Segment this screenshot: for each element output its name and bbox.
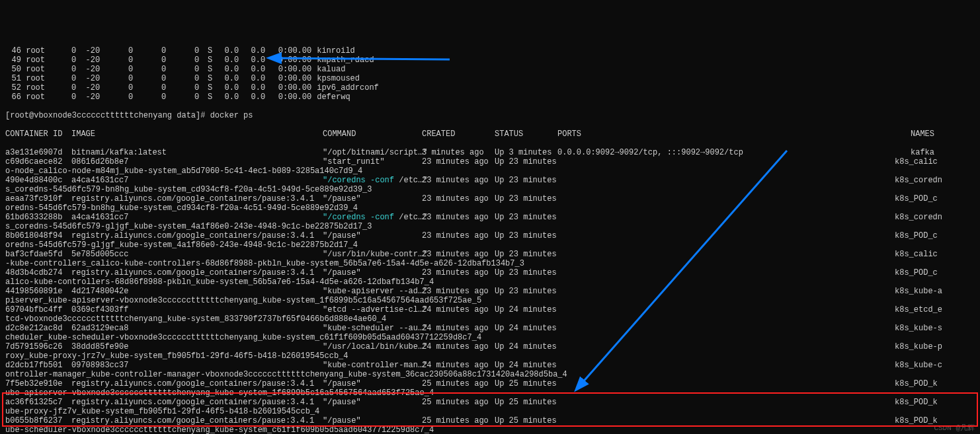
container-row: 48d3b4cdb274registry.aliyuncs.com/google… <box>5 268 975 277</box>
container-id: 48d3b4cdb274 <box>5 268 71 277</box>
container-id: d2c8e212ac8d <box>5 324 71 333</box>
container-command: "/pause" <box>323 398 422 407</box>
container-created: 24 minutes ago <box>422 361 495 370</box>
container-id: 490e4d88400c <box>5 176 71 185</box>
container-row: 69704bfbc4ff0369cf4303ff"etcd --advertis… <box>5 305 975 314</box>
container-name: k8s_POD_c <box>895 231 934 240</box>
container-image: 62ad3129eca8 <box>71 324 323 333</box>
container-name-wrap: ontroller-manager_kube-controller-manage… <box>5 370 975 379</box>
container-name-wrap: s_coredns-545d6fc579-bn8hg_kube-system_c… <box>5 185 975 194</box>
container-id: 69704bfbc4ff <box>5 305 71 314</box>
container-name-wrap: oredns-545d6fc579-gljgf_kube-system_4a1f… <box>5 240 975 250</box>
container-id: 8b0618048f94 <box>5 231 71 240</box>
container-ports: 0.0.0.0:9092→9092/tcp, :::9092→9092/tcp <box>557 148 895 157</box>
container-image: registry.aliyuncs.com/google_containers/… <box>71 379 323 388</box>
ps-row: 52 root0-20000S0.00.00:00.00ipv6_addrcon… <box>5 83 975 92</box>
container-row: a3e131e6907dbitnami/kafka:latest"/opt/bi… <box>5 148 975 157</box>
container-status: Up 25 minutes <box>495 416 557 425</box>
prompt-line: [root@vboxnode3ccccccttttttchenyang data… <box>5 111 975 120</box>
container-image: registry.aliyuncs.com/google_containers/… <box>71 416 323 425</box>
container-name-wrap: s_coredns-545d6fc579-gljgf_kube-system_4… <box>5 222 975 231</box>
container-row: 7d5791596c2638ddd85fe90e"/usr/local/bin/… <box>5 342 975 351</box>
container-created: 23 minutes ago <box>422 287 495 296</box>
container-created: 23 minutes ago <box>422 194 495 203</box>
header-command: COMMAND <box>323 129 422 139</box>
header-id: CONTAINER ID <box>5 129 71 139</box>
container-id: d2dcb17fb501 <box>5 361 71 370</box>
container-id: ac36f61325c7 <box>5 398 71 407</box>
container-row: c69d6caece8208616d26b8e7"start_runit"23 … <box>5 157 975 166</box>
container-created: 23 minutes ago <box>422 250 495 259</box>
container-image: 5e785d005ccc <box>71 250 323 259</box>
container-created: 23 minutes ago <box>422 213 495 222</box>
container-name-wrap: ube-apiserver-vboxnode3ccccccttttttcheny… <box>5 388 975 398</box>
container-command: "kube-scheduler --au…" <box>323 324 422 333</box>
container-command: "start_runit" <box>323 157 422 166</box>
container-status: Up 25 minutes <box>495 379 557 388</box>
container-row: 44198560891e4d217480042e"kube-apiserver … <box>5 287 975 296</box>
container-id: a3e131e6907d <box>5 148 71 157</box>
container-name-wrap: ube-proxy-jfz7v_kube-system_fb905fb1-29f… <box>5 407 975 416</box>
container-created: 24 minutes ago <box>422 324 495 333</box>
container-image: registry.aliyuncs.com/google_containers/… <box>71 268 323 277</box>
container-row: baf3cfdae5fd5e785d005ccc"/usr/bin/kube-c… <box>5 250 975 259</box>
container-status: Up 23 minutes <box>495 250 557 259</box>
container-command: "/opt/bitnami/script…" <box>323 148 422 157</box>
header-image: IMAGE <box>71 129 323 139</box>
container-row: 8b0618048f94registry.aliyuncs.com/google… <box>5 231 975 240</box>
container-image: 09708983cc37 <box>71 361 323 370</box>
container-status: Up 25 minutes <box>495 398 557 407</box>
container-row: b0655b8f6237registry.aliyuncs.com/google… <box>5 416 975 425</box>
container-id: baf3cfdae5fd <box>5 250 71 259</box>
container-status: Up 23 minutes <box>495 268 557 277</box>
container-row: 61bd6333288ba4ca41631cc7"/coredns -conf … <box>5 213 975 222</box>
container-status: Up 24 minutes <box>495 324 557 333</box>
container-image: 4d217480042e <box>71 287 323 296</box>
ps-block: 46 root0-20000S0.00.00:00.00kinroild49 r… <box>5 46 975 102</box>
container-id: 61bd6333288b <box>5 213 71 222</box>
ps-row: 51 root0-20000S0.00.00:00.00kpsmoused <box>5 74 975 83</box>
container-name: k8s_POD_c <box>895 268 934 277</box>
container-command: "kube-controller-man…" <box>323 361 422 370</box>
header-status: STATUS <box>495 129 557 139</box>
container-status: Up 24 minutes <box>495 361 557 370</box>
container-row: d2c8e212ac8d62ad3129eca8"kube-scheduler … <box>5 324 975 333</box>
ps-row: 49 root0-20000S0.00.00:00.00kmpath_rdacd <box>5 55 975 65</box>
container-command: "/pause" <box>323 268 422 277</box>
container-name-wrap: tcd-vboxnode3ccccccttttttchenyang_kube-s… <box>5 314 975 324</box>
container-status: Up 23 minutes <box>495 213 557 222</box>
container-name: k8s_POD_c <box>895 194 934 203</box>
container-image: registry.aliyuncs.com/google_containers/… <box>71 398 323 407</box>
container-image: registry.aliyuncs.com/google_containers/… <box>71 194 323 203</box>
header-ports: PORTS <box>557 129 895 139</box>
container-created: 23 minutes ago <box>422 157 495 166</box>
container-id: aeaa73fc910f <box>5 194 71 203</box>
container-created: 24 minutes ago <box>422 305 495 314</box>
container-id: c69d6caece82 <box>5 157 71 166</box>
container-name: k8s_coredn <box>895 213 934 222</box>
container-image: 38ddd85fe90e <box>71 342 323 351</box>
container-status: Up 23 minutes <box>495 194 557 203</box>
container-command: "/pause" <box>323 416 422 425</box>
container-command: "/pause" <box>323 194 422 203</box>
ps-row: 50 root0-20000S0.00.00:00.00kaluad <box>5 65 975 74</box>
terminal-output[interactable]: 46 root0-20000S0.00.00:00.00kinroild49 r… <box>0 37 980 434</box>
container-image: 0369cf4303ff <box>71 305 323 314</box>
container-status: Up 23 minutes <box>495 157 557 166</box>
ps-row: 66 root0-20000S0.00.00:00.00deferwq <box>5 92 975 102</box>
container-id: 7f5eb32e910e <box>5 379 71 388</box>
container-name-wrap: ube-scheduler-vboxnode3ccccccttttttcheny… <box>5 425 975 434</box>
container-name: k8s_calic <box>895 157 934 166</box>
header-names: NAMES <box>895 129 934 139</box>
container-created: 24 minutes ago <box>422 342 495 351</box>
container-name: k8s_POD_k <box>895 398 934 407</box>
container-created: 23 minutes ago <box>422 268 495 277</box>
container-created: 25 minutes ago <box>422 379 495 388</box>
container-name: k8s_coredn <box>895 176 934 185</box>
container-name-wrap: cheduler_kube-scheduler-vboxnode3cccccct… <box>5 333 975 342</box>
container-id: 7d5791596c26 <box>5 342 71 351</box>
container-created: 23 minutes ago <box>422 231 495 240</box>
container-command: "kube-apiserver --ad…" <box>323 287 422 296</box>
container-row: 7f5eb32e910eregistry.aliyuncs.com/google… <box>5 379 975 388</box>
header-created: CREATED <box>422 129 495 139</box>
